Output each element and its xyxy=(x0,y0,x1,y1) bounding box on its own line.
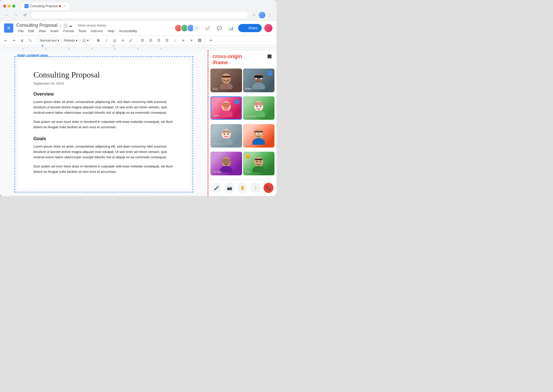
docs-toolbar: ↩ ↪ 🖨 🔍 Normal text ▾ Roboto ▾ 11 ▾ B I … xyxy=(0,36,276,45)
font-value: Roboto xyxy=(64,38,75,42)
font-size-chevron: ▾ xyxy=(87,38,89,42)
font-size-select[interactable]: 11 ▾ xyxy=(80,38,90,43)
svg-rect-34 xyxy=(254,131,263,132)
video-tile-jordan[interactable]: Jordan xyxy=(210,152,242,175)
menu-addons[interactable]: Add-ons xyxy=(89,29,105,33)
meet-icon[interactable]: 📊 xyxy=(227,23,236,33)
redo-button[interactable]: ↪ xyxy=(10,37,17,44)
svg-point-25 xyxy=(260,106,261,107)
menu-insert[interactable]: Insert xyxy=(48,29,61,33)
menu-edit[interactable]: Edit xyxy=(26,29,36,33)
svg-text:3: 3 xyxy=(68,47,70,50)
address-bar[interactable] xyxy=(31,11,248,19)
svg-text:1: 1 xyxy=(22,47,24,50)
bookmark-icon[interactable]: ☆ xyxy=(250,11,258,19)
video-tile-lindsay[interactable]: Lindsay xyxy=(243,96,275,120)
mic-button[interactable]: 🎤 xyxy=(211,183,221,193)
svg-text:7: 7 xyxy=(160,47,161,50)
text-style-select[interactable]: Normal text ▾ xyxy=(38,38,61,43)
image-button[interactable]: 🖼 xyxy=(196,37,203,44)
numbering-button[interactable]: ≡ xyxy=(188,37,195,44)
docs-header-right: ⬡ 📈 💬 📊 👤 Share xyxy=(174,23,272,33)
refresh-button[interactable]: ↺ xyxy=(21,11,29,19)
align-right-button[interactable]: ☰ xyxy=(155,37,162,44)
title-bar: ≡ Consulting Proposal × xyxy=(0,0,276,10)
menu-accessibility[interactable]: Accessibility xyxy=(117,29,139,33)
docs-logo: ≡ xyxy=(4,23,13,33)
text-color-button[interactable]: A xyxy=(119,37,127,44)
highlight-button[interactable]: 🖊 xyxy=(128,37,135,44)
camera-button[interactable]: 📷 xyxy=(224,183,234,193)
star-icon[interactable]: ☆ xyxy=(59,23,62,28)
document-title[interactable]: Consulting Proposal xyxy=(16,23,57,28)
svg-marker-8 xyxy=(42,45,43,47)
svg-point-28 xyxy=(224,133,225,135)
menu-help[interactable]: Help xyxy=(106,29,117,33)
overview-heading: Overview xyxy=(33,92,174,97)
menu-file[interactable]: File xyxy=(16,29,26,33)
video-tile-annika[interactable]: Annika xyxy=(210,124,242,148)
bullets-button[interactable]: ≡ xyxy=(180,37,187,44)
share-label: Share xyxy=(248,26,258,30)
menu-view[interactable]: View xyxy=(36,29,48,33)
maximize-traffic-light[interactable] xyxy=(12,5,15,8)
video-tile-you[interactable]: 😊 You xyxy=(243,152,275,175)
italic-button[interactable]: I xyxy=(103,37,110,44)
justify-button[interactable]: ☰ xyxy=(164,37,171,44)
align-center-button[interactable]: ☰ xyxy=(147,37,154,44)
goals-paragraph-2: Duis autem vel eum iriure dolor in hendr… xyxy=(33,164,174,175)
browser-profile-avatar[interactable] xyxy=(259,12,265,18)
share-icon: 👤 xyxy=(242,26,247,30)
ruler: 1 2 3 4 5 6 7 xyxy=(0,45,276,50)
document-date: September 04, 20XX xyxy=(33,82,174,85)
docs-menu: File Edit View Insert Format Tools Add-o… xyxy=(16,29,171,33)
zoom-button[interactable]: 🔍 xyxy=(27,37,34,44)
toolbar-separator-2 xyxy=(93,38,93,43)
tab-bar: ≡ Consulting Proposal × xyxy=(21,3,70,10)
user-profile-avatar[interactable] xyxy=(264,24,272,32)
browser-tab[interactable]: ≡ Consulting Proposal × xyxy=(21,3,70,10)
print-button[interactable]: 🖨 xyxy=(18,37,26,44)
side-panel-open-button[interactable]: ⬛ xyxy=(266,53,272,59)
svg-text:6: 6 xyxy=(137,47,139,50)
text-style-chevron: ▾ xyxy=(58,38,59,42)
align-left-button[interactable]: ☰ xyxy=(139,37,146,44)
version-history-link[interactable]: Show version history xyxy=(78,24,106,27)
tab-close-button[interactable]: × xyxy=(62,4,67,8)
mike-mic-icon: 🎵 xyxy=(267,71,272,76)
comments-icon[interactable]: 💬 xyxy=(215,23,224,33)
collaborator-avatars: ⬡ xyxy=(174,24,200,32)
menu-format[interactable]: Format xyxy=(61,29,76,33)
back-button[interactable]: ← xyxy=(3,11,10,19)
more-options-button[interactable]: ⋮ xyxy=(250,183,260,193)
video-tile-mike[interactable]: 🎵 Mike xyxy=(243,69,275,92)
svg-rect-16 xyxy=(254,75,263,78)
line-spacing-button[interactable]: ↕ xyxy=(172,37,179,44)
video-tile-aziz[interactable]: Aziz xyxy=(210,69,242,92)
collaborator-avatar-more[interactable]: ⬡ xyxy=(193,24,200,32)
menu-tools[interactable]: Tools xyxy=(76,29,88,33)
share-button[interactable]: 👤 Share xyxy=(238,24,262,32)
activity-icon[interactable]: 📈 xyxy=(203,23,212,33)
text-style-value: Normal text xyxy=(40,38,57,42)
overview-paragraph-1: Lorem ipsum dolor sit amet, consectetuer… xyxy=(33,99,174,115)
goals-heading: Goals xyxy=(33,136,174,141)
pen-tool-button[interactable]: ✏ xyxy=(208,37,215,44)
beth-name: Beth xyxy=(213,114,220,117)
font-select[interactable]: Roboto ▾ xyxy=(62,38,79,43)
underline-button[interactable]: U xyxy=(111,37,118,44)
svg-point-37 xyxy=(254,157,263,167)
font-chevron: ▾ xyxy=(76,38,78,42)
minimize-traffic-light[interactable] xyxy=(8,5,11,8)
end-call-button[interactable]: 📞 xyxy=(263,183,273,193)
svg-point-32 xyxy=(256,133,258,135)
video-tile-beth[interactable]: 🎵 Beth xyxy=(210,96,242,120)
close-traffic-light[interactable] xyxy=(3,5,6,8)
forward-button[interactable]: → xyxy=(12,11,19,19)
svg-point-33 xyxy=(260,133,261,135)
video-tile-elad[interactable]: Elad xyxy=(243,124,275,148)
bold-button[interactable]: B xyxy=(95,37,102,44)
undo-button[interactable]: ↩ xyxy=(2,37,9,44)
raise-hand-button[interactable]: ✋ xyxy=(237,183,247,193)
more-menu-icon[interactable]: ⋮ xyxy=(266,11,273,19)
